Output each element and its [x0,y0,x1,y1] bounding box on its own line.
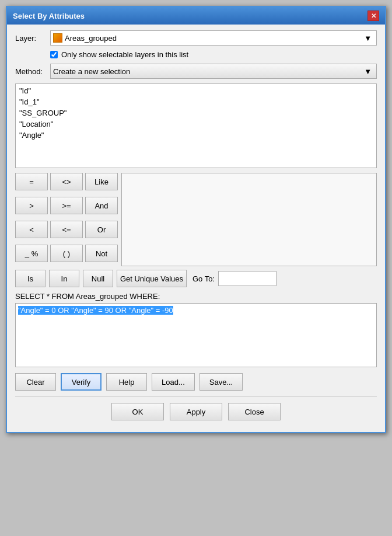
method-row: Method: Create a new selection ▼ [15,64,377,79]
null-button[interactable]: Null [83,270,113,287]
load-button[interactable]: Load... [152,373,195,391]
operator-section: = <> Like > >= And < <= Or _ % ( ) Not [15,173,377,266]
goto-input[interactable] [218,271,276,286]
bottom-buttons-row: OK Apply Close [15,403,377,426]
clear-button[interactable]: Clear [15,373,56,391]
action-buttons-row: Clear Verify Help Load... Save... [15,373,377,391]
dialog-content: Layer: Areas_grouped ▼ Only show selecta… [7,25,385,432]
field-item[interactable]: "Id_1" [17,96,375,107]
sql-textarea-wrapper[interactable]: "Angle" = 0 OR "Angle" = 90 OR "Angle" =… [15,303,377,367]
selectable-layers-checkbox[interactable] [50,51,58,58]
field-item[interactable]: "SS_GROUP" [17,107,375,119]
select-by-attributes-dialog: Select By Attributes ✕ Layer: Areas_grou… [6,6,386,433]
close-icon[interactable]: ✕ [368,11,379,21]
not-button[interactable]: Not [85,245,118,262]
goto-label: Go To: [192,274,215,283]
sql-content: "Angle" = 0 OR "Angle" = 90 OR "Angle" =… [18,306,173,315]
operator-grid: = <> Like > >= And < <= Or _ % ( ) Not [15,173,118,266]
field-item[interactable]: "Id" [17,85,375,96]
field-item[interactable]: "Location" [17,119,375,130]
save-button[interactable]: Save... [200,373,243,391]
not-equals-button[interactable]: <> [50,173,83,190]
method-dropdown-arrow[interactable]: ▼ [362,67,374,76]
title-bar: Select By Attributes ✕ [7,7,385,25]
checkbox-row: Only show selectable layers in this list [50,50,377,59]
get-unique-values-button[interactable]: Get Unique Values [117,270,187,287]
greater-equal-button[interactable]: >= [50,197,83,214]
field-item[interactable]: "Angle" [17,130,375,141]
parentheses-button[interactable]: ( ) [50,245,83,262]
greater-than-button[interactable]: > [15,197,48,214]
layer-row: Layer: Areas_grouped ▼ [15,30,377,46]
method-value: Create a new selection [53,67,362,76]
equals-button[interactable]: = [15,173,48,190]
layer-dropdown-arrow[interactable]: ▼ [362,34,374,43]
method-label: Method: [15,67,50,76]
or-button[interactable]: Or [85,221,118,238]
fields-listbox[interactable]: "Id" "Id_1" "SS_GROUP" "Location" "Angle… [15,83,377,168]
sql-label: SELECT * FROM Areas_grouped WHERE: [15,292,377,301]
less-equal-button[interactable]: <= [50,221,83,238]
bottom-ops-row: Is In Null Get Unique Values Go To: [15,270,377,287]
less-than-button[interactable]: < [15,221,48,238]
wildcard-button[interactable]: _ % [15,245,48,262]
dialog-title: Select By Attributes [13,12,85,20]
ok-button[interactable]: OK [111,403,164,420]
layer-icon [53,33,62,43]
layer-label: Layer: [15,34,50,43]
is-button[interactable]: Is [15,270,46,287]
and-button[interactable]: And [85,197,118,214]
verify-button[interactable]: Verify [61,373,102,391]
values-panel [121,173,377,266]
separator [15,396,377,397]
like-button[interactable]: Like [85,173,118,190]
help-button[interactable]: Help [106,373,147,391]
selectable-layers-label: Only show selectable layers in this list [61,50,188,59]
apply-button[interactable]: Apply [170,403,222,420]
in-button[interactable]: In [49,270,79,287]
close-button[interactable]: Close [228,403,281,420]
layer-value: Areas_grouped [65,34,362,43]
